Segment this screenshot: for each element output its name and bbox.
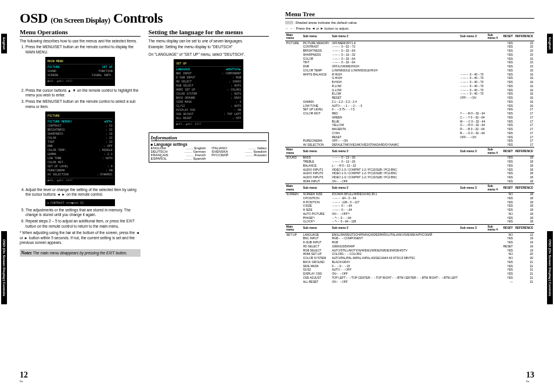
h-menu-ops: Menu Operations (20, 28, 141, 37)
page-title: OSD (On Screen Display) Controls (20, 10, 269, 26)
osd-slider: ◄ CONTRAST ━━━●━━━ 52 (45, 199, 115, 206)
osd-setup: SET UP LANGUAGE◄DEUTSCH►BNC INPUT: COMPO… (174, 59, 243, 128)
notes-box: Notes The main menu disappears by pressi… (20, 249, 141, 257)
menu-tree-table: Main menuSub menuSub menu 2Sub menu 3Sub… (285, 33, 534, 284)
osd-picture: PICTURE PICTURE MEMORY◄OFF►CONTRAST: 52B… (45, 112, 115, 185)
osd-main-menu: MAIN MENU PICTURESET UPSOUNDFUNCTIONSCRE… (45, 57, 115, 85)
page-number-left: 12En (20, 371, 28, 383)
info-box: Information ■ Language settings ENGLISH.… (149, 132, 269, 163)
h-menu-tree: Menu Tree (285, 10, 534, 19)
tab-osd-left: OSD (On Screen Display) Controls (1, 231, 7, 304)
col-menu-ops: Menu Operations The following describes … (20, 28, 141, 257)
page-left: English OSD (On Screen Display) Controls… (12, 10, 277, 380)
tab-osd-right: OSD (On Screen Display) Controls (547, 231, 553, 304)
tab-english-right: English (547, 34, 553, 53)
col-language: Setting the language for the menus The m… (149, 28, 269, 257)
tab-english-left: English (1, 34, 7, 53)
page-right: English OSD (On Screen Display) Controls… (277, 10, 542, 380)
page-number-right: 13En (526, 371, 534, 383)
h-lang: Setting the language for the menus (149, 28, 269, 37)
